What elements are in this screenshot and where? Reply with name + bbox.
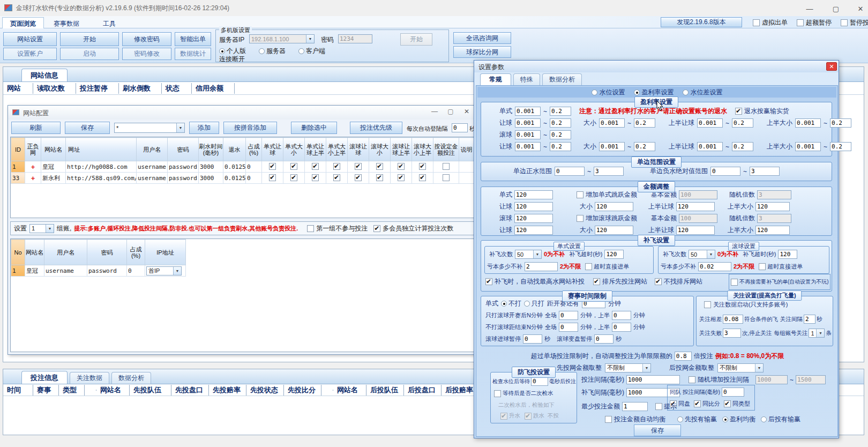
server-edition-radio-button[interactable] — [259, 48, 265, 54]
refly-count-combo[interactable]: 50▼ — [515, 250, 542, 259]
profit-balance-radio[interactable]: 盈利均衡 — [722, 415, 755, 424]
negative-water-from[interactable] — [710, 167, 740, 176]
config-add-pinyin-button[interactable]: 按拼音添加 — [223, 122, 277, 134]
grid-checkbox[interactable] — [355, 174, 362, 181]
same-score-checkbox[interactable] — [694, 400, 701, 407]
exclude-first-site-box[interactable] — [593, 278, 600, 285]
refly-loss-field[interactable] — [525, 262, 558, 271]
after-win-radio-button[interactable] — [761, 416, 767, 422]
fall-water-checkbox[interactable] — [525, 413, 532, 420]
rise-water-checkbox[interactable] — [500, 413, 507, 420]
virtual-order-checkbox[interactable]: 虚拟出单 — [753, 18, 788, 27]
positive-water-to[interactable] — [594, 167, 624, 176]
grid-checkbox[interactable] — [290, 174, 297, 181]
quanxun-site-button[interactable]: 全讯咨询网 — [453, 32, 511, 44]
profit-rate-radio-button[interactable] — [634, 90, 640, 95]
col-id[interactable]: ID — [11, 138, 25, 161]
profit-single-to[interactable] — [550, 107, 571, 116]
first-group-no-bet-checkbox[interactable]: 第一组不参与投注 — [307, 224, 368, 233]
grid-checkbox[interactable] — [290, 163, 297, 170]
pause-bet-checkbox-box[interactable] — [841, 19, 848, 26]
water-level-mode-radio[interactable]: 水位设置 — [592, 88, 625, 97]
smart-order-button[interactable]: 智能出单 — [175, 32, 211, 46]
col-sign[interactable]: 正负网 — [25, 138, 41, 161]
profit-r-handicap-to[interactable] — [550, 142, 571, 151]
grid-checkbox[interactable] — [443, 174, 450, 181]
col-note[interactable]: 说明 — [459, 138, 474, 161]
password-modify-button[interactable]: 密码修改 — [122, 48, 171, 60]
personal-edition-radio-button[interactable] — [219, 48, 225, 54]
col-ip[interactable]: IP地址 — [145, 240, 186, 265]
profit-ht-handicap-from[interactable] — [697, 118, 723, 128]
timeout-direct-checkbox[interactable]: 超时直接进单 — [585, 263, 629, 271]
before-end-half-field[interactable] — [612, 323, 631, 332]
watch-fail-field[interactable] — [723, 329, 741, 338]
timeout-direct-box[interactable] — [585, 263, 592, 270]
params-save-button[interactable]: 保存 — [634, 424, 681, 436]
version-found-button[interactable]: 发现2.19.6.8版本 — [661, 17, 742, 27]
amount-r-ou[interactable] — [595, 226, 633, 235]
profit-r-ht-ou-to[interactable] — [830, 142, 851, 151]
only-play-radio-button[interactable] — [524, 301, 530, 307]
col-password[interactable]: 密码 — [168, 138, 199, 161]
grid-checkbox[interactable] — [419, 163, 426, 170]
col-credit[interactable]: 信用余额 — [192, 83, 235, 94]
profit-ht-ou-to[interactable] — [830, 118, 851, 128]
water-diff-radio-button[interactable] — [683, 90, 689, 95]
random-multiple-field[interactable] — [757, 190, 791, 199]
random-add-interval-checkbox[interactable]: 随机增加投注间隔 — [689, 375, 749, 384]
no-play-radio[interactable]: 不打 — [501, 299, 521, 308]
profit-ht-ou-from[interactable] — [795, 118, 821, 128]
random-multiple-field-2[interactable] — [757, 214, 791, 223]
refly-r-count-combo[interactable]: 50▼ — [689, 250, 715, 259]
profit-r-ht-handicap-from[interactable] — [697, 142, 723, 151]
col-site2[interactable]: 网站名 — [333, 385, 366, 396]
grid-checkbox[interactable] — [333, 163, 340, 170]
col-password[interactable]: 密码 — [87, 240, 127, 265]
col-s-ou-ht[interactable]: 单式大小上半 — [326, 138, 348, 161]
data-stats-button[interactable]: 数据统计 — [175, 48, 211, 60]
tab-bet-info[interactable]: 投注信息 — [21, 371, 68, 384]
second-check-box[interactable] — [494, 390, 501, 397]
amount-ou[interactable] — [595, 202, 633, 211]
site-row-1[interactable]: 1 + 皇冠 http://hg0088.com username passwo… — [11, 161, 474, 173]
grid-checkbox[interactable] — [398, 174, 405, 181]
over-limit-pause-checkbox[interactable]: 超额暂停 — [797, 18, 832, 27]
amount-r-ht-ou[interactable] — [755, 226, 790, 235]
grid-checkbox[interactable] — [269, 174, 276, 181]
col-r-ou[interactable]: 滚球大小 — [369, 138, 391, 161]
random-interval-to[interactable] — [796, 375, 826, 384]
tab-site-info[interactable]: 网站信息 — [21, 69, 68, 81]
dropdown-icon[interactable]: ▼ — [755, 364, 763, 372]
profit-handicap-to[interactable] — [550, 118, 571, 128]
auto-balance-checkbox[interactable]: 投注金额自动均衡 — [605, 415, 665, 424]
hint-checkbox-box[interactable] — [655, 403, 662, 410]
profit-r-ou-from[interactable] — [599, 142, 625, 151]
config-delete-button[interactable]: 删除选中 — [291, 122, 337, 134]
col-first-handicap[interactable]: 先投盘口 — [171, 385, 209, 396]
col-rebate[interactable]: 退水 — [223, 138, 246, 161]
profit-ou-to[interactable] — [634, 118, 655, 128]
amount-single[interactable] — [514, 190, 553, 199]
auto-balance-box[interactable] — [605, 416, 612, 423]
rebate-by-result-box[interactable] — [735, 108, 742, 115]
timeout-direct-checkbox-2[interactable]: 超时直接进单 — [759, 263, 803, 271]
grid-checkbox[interactable] — [355, 163, 362, 170]
col-status[interactable]: 状态 — [162, 83, 192, 94]
col-fixed-amount[interactable]: 按设定金额投注 — [433, 138, 459, 161]
client-edition-radio[interactable]: 客户端 — [298, 47, 325, 56]
col-bet-pause[interactable]: 投注暂停 — [76, 83, 119, 94]
after-win-radio[interactable]: 后投有输赢 — [761, 415, 800, 424]
launch-button[interactable]: 启动 — [60, 48, 119, 60]
profit-rolling-to[interactable] — [550, 130, 571, 139]
grid-checkbox[interactable] — [312, 174, 319, 181]
minimize-icon[interactable]: — — [802, 4, 818, 14]
base-amount-field[interactable] — [679, 190, 717, 199]
col-first-odds[interactable]: 先投赔率 — [209, 385, 246, 396]
config-save-button[interactable]: 保存 — [65, 122, 110, 134]
timeout-direct-box-2[interactable] — [759, 263, 766, 270]
rebate-by-result-checkbox[interactable]: 退水按赢输实货 — [735, 107, 789, 116]
config-add-button[interactable]: 添加 — [189, 122, 219, 134]
wait-after-check-field[interactable] — [531, 377, 548, 386]
tab-match-data[interactable]: 赛事数据 — [46, 18, 87, 29]
